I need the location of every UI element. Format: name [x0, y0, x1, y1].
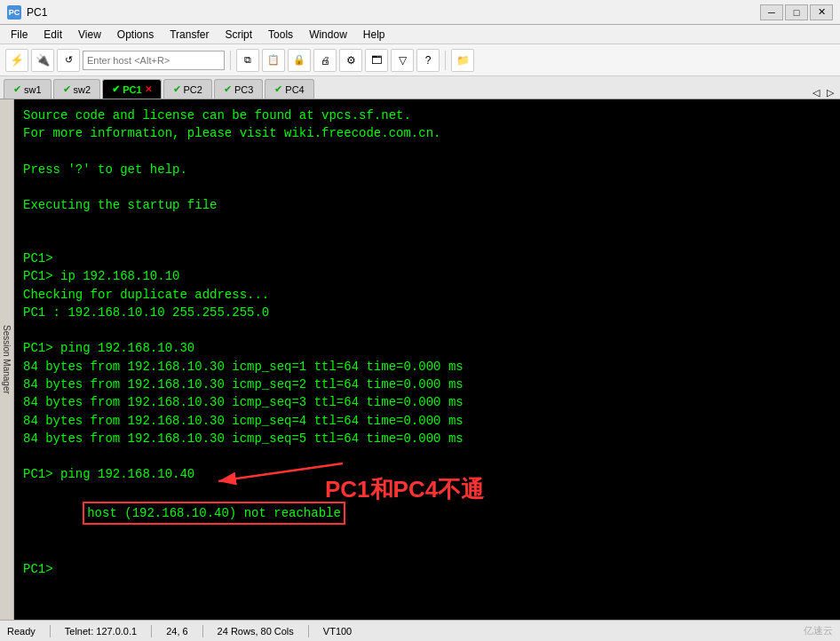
- terminal-line-4: Press '?' to get help.: [23, 161, 831, 178]
- toolbar-separator-2: [445, 51, 446, 70]
- status-divider-2: [151, 625, 152, 637]
- error-line-container: host (192.168.10.40) not reachable PC1和P…: [23, 483, 831, 542]
- toolbar-help-btn[interactable]: ?: [416, 49, 440, 72]
- menu-transfer[interactable]: Transfer: [162, 27, 216, 43]
- tab-label-PC3: PC3: [234, 84, 253, 95]
- terminal-line-2: For more information, please visit wiki.…: [23, 124, 831, 142]
- close-button[interactable]: ✕: [810, 4, 833, 20]
- tab-sw2[interactable]: ✔ sw2: [53, 79, 101, 99]
- menu-window[interactable]: Window: [302, 27, 354, 43]
- title-bar: PC PC1 ─ □ ✕: [0, 0, 840, 25]
- toolbar-chat-btn[interactable]: ▽: [391, 49, 414, 72]
- toolbar-settings-btn[interactable]: ⚙: [339, 49, 362, 72]
- status-telnet: Telnet: 127.0.0.1: [65, 626, 137, 637]
- menu-script[interactable]: Script: [218, 27, 259, 43]
- menu-edit[interactable]: Edit: [36, 27, 69, 43]
- toolbar-refresh-btn[interactable]: ↺: [57, 49, 80, 72]
- terminal-line-13: [23, 321, 831, 339]
- status-divider-4: [308, 625, 309, 637]
- tab-check-sw2: ✔: [63, 83, 71, 95]
- terminal-line-7: [23, 214, 831, 232]
- terminal-line-11: Checking for duplicate address...: [23, 286, 831, 304]
- window-controls: ─ □ ✕: [760, 4, 833, 20]
- status-bar: Ready Telnet: 127.0.0.1 24, 6 24 Rows, 8…: [0, 620, 840, 641]
- terminal-line-3: [23, 143, 831, 161]
- tab-label-sw1: sw1: [24, 84, 42, 95]
- terminal-line-5: [23, 178, 831, 196]
- tab-check-PC2: ✔: [173, 83, 181, 95]
- tab-check-PC4: ✔: [274, 83, 282, 95]
- not-reachable-box: host (192.168.10.40) not reachable: [83, 502, 345, 525]
- terminal-line-14: PC1> ping 192.168.10.30: [23, 339, 831, 357]
- terminal-window[interactable]: Source code and license can be found at …: [14, 99, 840, 620]
- tab-next-btn[interactable]: ▷: [824, 87, 836, 99]
- tab-prev-btn[interactable]: ◁: [810, 87, 822, 99]
- tab-check-PC3: ✔: [224, 83, 232, 95]
- toolbar: ⚡ 🔌 ↺ ⧉ 📋 🔒 🖨 ⚙ 🗔 ▽ ? 📁: [0, 44, 840, 76]
- maximize-button[interactable]: □: [785, 4, 808, 20]
- terminal-line-17: 84 bytes from 192.168.10.30 icmp_seq=3 t…: [23, 393, 831, 411]
- terminal-line-16: 84 bytes from 192.168.10.30 icmp_seq=2 t…: [23, 376, 831, 393]
- watermark-text: 亿速云: [804, 624, 833, 637]
- status-ready: Ready: [7, 626, 36, 637]
- session-manager-sidebar: Session Manager: [0, 99, 14, 620]
- tab-label-PC2: PC2: [184, 84, 202, 95]
- terminal-line-20: [23, 447, 831, 465]
- toolbar-copy-btn[interactable]: ⧉: [236, 49, 259, 72]
- tab-sw1[interactable]: ✔ sw1: [4, 79, 52, 99]
- tab-PC4[interactable]: ✔ PC4: [265, 79, 313, 99]
- terminal-line-24: PC1>: [23, 560, 831, 578]
- toolbar-connect-btn[interactable]: 🔌: [31, 49, 54, 72]
- tab-PC2[interactable]: ✔ PC2: [163, 79, 212, 99]
- menu-view[interactable]: View: [71, 27, 108, 43]
- app-icon: PC: [7, 5, 21, 20]
- menu-file[interactable]: File: [4, 27, 35, 43]
- minimize-button[interactable]: ─: [760, 4, 783, 20]
- terminal-line-6: Executing the startup file: [23, 196, 831, 214]
- toolbar-separator-1: [230, 51, 231, 70]
- tab-check-PC1: ✔: [112, 83, 120, 95]
- terminal-line-1: Source code and license can be found at …: [23, 107, 831, 124]
- terminal-line-9: PC1>: [23, 249, 831, 267]
- menu-options[interactable]: Options: [110, 27, 161, 43]
- tab-label-PC4: PC4: [285, 84, 304, 95]
- tabs-container: ✔ sw1 ✔ sw2 ✔ PC1 ✕ ✔ PC2 ✔ PC3 ✔ PC4 ◁ …: [0, 76, 840, 99]
- menu-help[interactable]: Help: [356, 27, 392, 43]
- menu-tools[interactable]: Tools: [261, 27, 300, 43]
- terminal-line-8: [23, 232, 831, 249]
- status-size: 24 Rows, 80 Cols: [218, 626, 294, 637]
- terminal-line-12: PC1 : 192.168.10.10 255.255.255.0: [23, 304, 831, 321]
- terminal-line-19: 84 bytes from 192.168.10.30 icmp_seq=5 t…: [23, 430, 831, 447]
- status-terminal-type: VT100: [323, 626, 352, 637]
- tab-label-sw2: sw2: [74, 84, 91, 95]
- toolbar-print-btn[interactable]: 🖨: [313, 49, 337, 72]
- tab-label-PC1: PC1: [123, 84, 141, 95]
- chinese-annotation-text: PC1和PC4不通: [325, 474, 484, 505]
- sidebar-label: Session Manager: [2, 325, 12, 394]
- status-divider-1: [50, 625, 51, 637]
- tab-check-sw1: ✔: [13, 83, 21, 95]
- toolbar-lock-btn[interactable]: 🔒: [288, 49, 311, 72]
- tab-PC3[interactable]: ✔ PC3: [214, 79, 263, 99]
- tab-close-PC1[interactable]: ✕: [145, 84, 152, 94]
- toolbar-paste-btn[interactable]: 📋: [262, 49, 285, 72]
- terminal-line-23: [23, 542, 831, 560]
- window-title: PC1: [27, 6, 47, 19]
- terminal-line-18: 84 bytes from 192.168.10.30 icmp_seq=4 t…: [23, 412, 831, 430]
- terminal-line-10: PC1> ip 192.168.10.10: [23, 267, 831, 285]
- menu-bar: File Edit View Options Transfer Script T…: [0, 25, 840, 44]
- tab-PC1[interactable]: ✔ PC1 ✕: [102, 79, 161, 99]
- host-input[interactable]: [83, 51, 225, 70]
- toolbar-min-btn[interactable]: 🗔: [365, 49, 388, 72]
- toolbar-new-btn[interactable]: ⚡: [5, 49, 28, 72]
- main-area: Session Manager Source code and license …: [0, 99, 840, 620]
- terminal-line-15: 84 bytes from 192.168.10.30 icmp_seq=1 t…: [23, 358, 831, 376]
- status-divider-3: [202, 625, 203, 637]
- toolbar-sftp-btn[interactable]: 📁: [451, 49, 474, 72]
- status-position: 24, 6: [166, 626, 187, 637]
